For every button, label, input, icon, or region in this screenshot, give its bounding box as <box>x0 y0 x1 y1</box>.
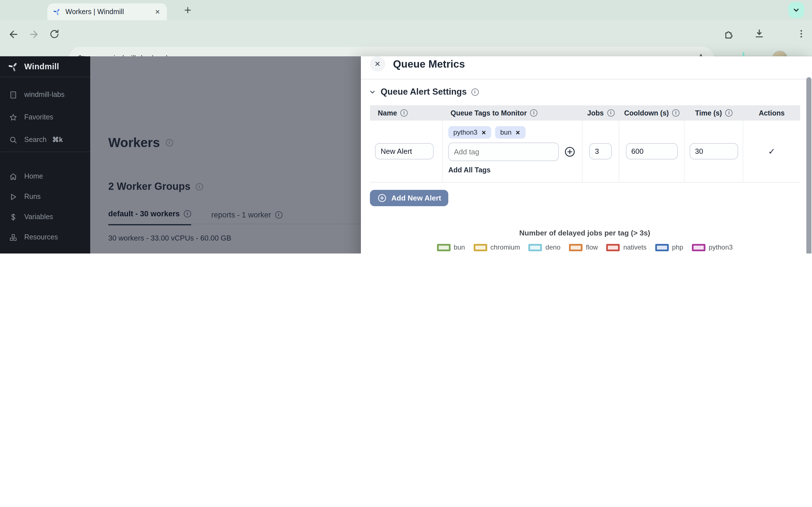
tab-title: Workers | Windmill <box>65 8 154 16</box>
reload-icon[interactable] <box>49 29 60 40</box>
info-icon[interactable] <box>400 109 408 117</box>
star-icon <box>9 113 17 121</box>
plus-circle-icon <box>377 193 387 203</box>
drawer-close-button[interactable]: ✕ <box>370 56 385 71</box>
browser-tabstrip: Workers | Windmill ✕ <box>0 0 812 20</box>
col-queue-tags: Queue Tags to Monitor <box>451 109 527 117</box>
section-title: Queue Alert Settings <box>380 87 467 97</box>
chart1-legend: bunchromiumdenoflownativetsphppython3 <box>370 243 799 251</box>
app-window: Workers | Windmill ✕ app.windmill.dev/wo… <box>0 0 812 253</box>
sidebar-divider <box>0 76 90 77</box>
drawer-scrollbar[interactable] <box>806 77 811 253</box>
alert-table-header: Name Queue Tags to Monitor Jobs Cooldown… <box>370 105 800 121</box>
legend-swatch <box>437 244 450 251</box>
alert-row: python3✕bun✕ Add All Tags ✓ <box>370 121 800 182</box>
sidebar-item-workspace[interactable]: windmill-labs <box>0 88 90 101</box>
tab-search-button[interactable] <box>788 2 804 18</box>
browser-toolbar: app.windmill.dev/workers <box>0 20 812 56</box>
legend-item-deno[interactable]: deno <box>529 243 560 251</box>
queue-tag-pill: python3✕ <box>448 126 491 138</box>
confirm-check-icon[interactable]: ✓ <box>768 146 775 156</box>
remove-tag-icon[interactable]: ✕ <box>481 129 486 135</box>
chevron-down-icon <box>369 88 376 96</box>
legend-swatch <box>655 244 668 251</box>
add-new-alert-button[interactable]: Add New Alert <box>370 190 449 206</box>
legend-label: bun <box>454 243 465 251</box>
sidebar-logo[interactable]: Windmill <box>0 56 90 76</box>
jobs-input[interactable] <box>589 143 612 159</box>
remove-tag-icon[interactable]: ✕ <box>515 129 520 135</box>
legend-label: php <box>672 243 683 251</box>
extensions-icon[interactable] <box>723 28 735 40</box>
sidebar: Windmill windmill-labs Favorites Search … <box>0 56 90 253</box>
legend-label: flow <box>586 243 598 251</box>
col-actions: Actions <box>759 109 784 117</box>
download-icon[interactable] <box>754 28 765 39</box>
workspace-name: windmill-labs <box>24 91 64 99</box>
info-icon[interactable] <box>530 109 538 117</box>
legend-swatch <box>473 244 487 251</box>
sidebar-item-label: Home <box>24 172 43 180</box>
home-icon <box>9 172 17 180</box>
legend-label: deno <box>546 243 560 251</box>
legend-label: chromium <box>490 243 520 251</box>
legend-label: python3 <box>709 243 732 251</box>
windmill-favicon <box>53 8 61 16</box>
legend-swatch <box>529 244 542 251</box>
sidebar-item-variables[interactable]: Variables <box>0 210 90 224</box>
browser-tab[interactable]: Workers | Windmill ✕ <box>47 3 167 20</box>
sidebar-item-label: Runs <box>24 193 41 201</box>
cooldown-input[interactable] <box>626 143 677 159</box>
legend-item-php[interactable]: php <box>655 243 683 251</box>
sidebar-item-favorites[interactable]: Favorites <box>0 110 90 124</box>
legend-item-python3[interactable]: python3 <box>692 243 732 251</box>
alert-table: Name Queue Tags to Monitor Jobs Cooldown… <box>370 105 800 182</box>
info-icon[interactable] <box>471 88 478 96</box>
tab-close-icon[interactable]: ✕ <box>154 8 161 16</box>
sidebar-item-label: Favorites <box>24 113 53 121</box>
legend-label: nativets <box>623 243 647 251</box>
back-icon[interactable] <box>8 29 19 40</box>
legend-item-nativets[interactable]: nativets <box>606 243 647 251</box>
menu-kebab-icon[interactable] <box>796 29 806 39</box>
sidebar-item-runs[interactable]: Runs <box>0 190 90 203</box>
info-icon[interactable] <box>607 109 614 117</box>
legend-swatch <box>606 244 620 251</box>
sidebar-item-label: Resources <box>24 233 58 241</box>
brand-name: Windmill <box>24 62 59 71</box>
sidebar-divider <box>0 152 90 152</box>
col-time: Time (s) <box>695 109 722 117</box>
dollar-icon <box>9 213 17 221</box>
drawer-divider <box>361 79 812 79</box>
add-tag-input[interactable] <box>448 143 559 161</box>
legend-item-bun[interactable]: bun <box>437 243 465 251</box>
sidebar-item-search[interactable]: Search ⌘k <box>0 133 90 147</box>
queue-metrics-drawer: ✕ Queue Metrics Queue Alert Settings Nam… <box>361 56 812 253</box>
sidebar-item-label: Variables <box>24 213 53 221</box>
col-jobs: Jobs <box>587 109 604 117</box>
play-icon <box>9 192 17 201</box>
alert-name-input[interactable] <box>375 143 434 159</box>
drawer-title: Queue Metrics <box>393 58 465 70</box>
new-tab-button[interactable] <box>183 5 193 15</box>
info-icon[interactable] <box>672 109 679 117</box>
legend-swatch <box>569 244 582 251</box>
legend-item-flow[interactable]: flow <box>569 243 598 251</box>
sidebar-item-home[interactable]: Home <box>0 170 90 183</box>
time-input[interactable] <box>689 143 738 159</box>
add-new-alert-label: Add New Alert <box>391 194 441 202</box>
chart1-title: Number of delayed jobs per tag (> 3s) <box>370 229 799 237</box>
queue-alert-settings-section[interactable]: Queue Alert Settings <box>369 87 478 97</box>
sidebar-item-resources[interactable]: Resources <box>0 230 90 244</box>
forward-icon[interactable] <box>28 29 40 40</box>
add-all-tags-link[interactable]: Add All Tags <box>448 166 582 174</box>
col-cooldown: Cooldown (s) <box>624 109 669 117</box>
col-name: Name <box>378 109 397 117</box>
sidebar-item-label: Search <box>24 136 47 144</box>
queue-tag-pill: bun✕ <box>495 126 525 138</box>
tag-pills: python3✕bun✕ <box>448 126 582 138</box>
info-icon[interactable] <box>725 109 733 117</box>
add-tag-plus-icon[interactable] <box>564 146 576 158</box>
search-icon <box>9 135 17 144</box>
legend-item-chromium[interactable]: chromium <box>473 243 520 251</box>
